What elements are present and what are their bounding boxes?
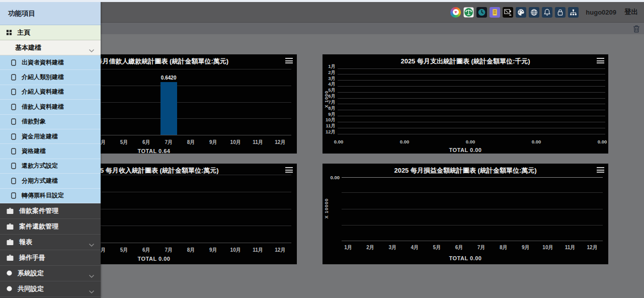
checkbox-outline-icon	[11, 59, 16, 66]
checkbox-outline-icon	[11, 104, 16, 110]
sidebar-item-系統設定[interactable]: 系統設定	[0, 266, 101, 281]
x-axis-tick: 0.00	[532, 139, 541, 144]
sidebar-subitem[interactable]: 借款人資料建檔	[0, 100, 101, 114]
x-axis-label: 1月	[341, 244, 356, 251]
sidebar-subitem[interactable]: 還款方式設定	[0, 159, 101, 174]
clock-app-icon[interactable]	[476, 7, 487, 18]
x-axis-label: 11月	[562, 244, 578, 251]
palette-icon[interactable]	[516, 7, 526, 18]
checkbox-outline-icon	[11, 163, 16, 169]
checkbox-outline-icon	[11, 148, 16, 155]
sidebar-item-案件還款管理[interactable]: 案件還款管理	[0, 219, 101, 235]
x-axis-label: 2月	[363, 244, 378, 251]
checkbox-outline-icon	[11, 178, 16, 184]
x-axis-label: 11月	[251, 247, 266, 254]
chart-menu-icon[interactable]	[597, 58, 604, 63]
page-top-strip	[0, 0, 644, 2]
chart-gridline	[342, 209, 603, 209]
sidebar-subitem-label: 借款人資料建檔	[22, 103, 64, 111]
sidebar-subitem-label: 轉傳票科目設定	[22, 191, 64, 200]
username-label: hugo0209	[586, 9, 616, 16]
sidebar-subitem-list: 出資者資料建檔介紹人類別建檔介紹人資料建檔借款人資料建檔借款對象資金用途建檔資格…	[0, 55, 101, 203]
x-axis-tick: 0.00	[598, 139, 607, 144]
zero-value-label: 0.00	[323, 175, 340, 180]
chart-gridline	[338, 80, 605, 81]
x-axis-label: 7月	[474, 244, 489, 251]
checkbox-outline-icon	[11, 118, 16, 125]
sidebar-subitem-label: 資金用途建檔	[22, 132, 58, 141]
sidebar-title: 功能項目	[8, 9, 35, 18]
chart-gridline	[338, 128, 605, 128]
x-axis-label: 12月	[585, 244, 600, 251]
x-axis-label: 6月	[452, 244, 467, 251]
chart-gridline	[338, 98, 605, 99]
briefcase-icon	[6, 239, 14, 246]
x-axis-label: 4月	[407, 244, 422, 251]
sidebar-item-報表[interactable]: 報表	[0, 235, 101, 250]
chart-total-label: TOTAL 0.00	[323, 255, 608, 261]
chevron-down-icon	[89, 271, 95, 275]
sidebar-subitem[interactable]: 轉傳票科目設定	[0, 189, 101, 203]
x-axis-label: 9月	[206, 139, 221, 146]
x-axis-label: 6月	[139, 247, 154, 254]
checkbox-outline-icon	[11, 133, 16, 140]
checkbox-outline-icon	[11, 192, 16, 199]
sidebar-item-操作手冊[interactable]: 操作手冊	[0, 250, 101, 266]
x-axis-tick: 0.00	[334, 139, 344, 144]
presentation-app-icon[interactable]	[503, 7, 513, 18]
sidebar-item-label: 案件還款管理	[19, 222, 58, 231]
sitemap-icon[interactable]	[568, 7, 579, 18]
zero-line	[342, 177, 603, 178]
chart-gridline	[338, 122, 605, 122]
sidebar-subitem[interactable]: 介紹人資料建檔	[0, 85, 101, 100]
sidebar-group-basic-setup[interactable]: 基本建檔	[0, 40, 101, 55]
chart-gridline	[338, 92, 605, 93]
lock-icon[interactable]	[555, 7, 566, 18]
chart-gridline	[338, 104, 605, 104]
sidebar-subitem[interactable]: 資格建檔	[0, 144, 101, 159]
logout-button[interactable]: 登出	[624, 8, 638, 17]
chart-panel-monthly-expense: 2025 每月支出統計圖表 (統計金額單位:千元)1月2月3月4月5月6月7月8…	[323, 54, 608, 154]
x-axis-label: 3月	[385, 244, 400, 251]
chart-panel-monthly-profit: 2025 每月損益金額統計圖表 (統計金額單位:萬元)0.00X 100001月…	[323, 164, 608, 264]
sidebar-subitem[interactable]: 介紹人類別建檔	[0, 70, 101, 85]
y-axis-label: 12月	[324, 129, 336, 135]
x-axis-tick: 0.00	[466, 139, 475, 144]
x-axis-label: 10月	[228, 139, 243, 146]
x-axis-label: 5月	[429, 244, 444, 251]
chart-gridline	[338, 116, 605, 116]
x-axis-line	[342, 241, 603, 241]
sidebar-item-label: 報表	[19, 238, 32, 247]
sidebar-subitem-label: 資格建檔	[22, 147, 46, 156]
chart-menu-icon[interactable]	[597, 167, 604, 173]
bar-7月	[160, 82, 177, 135]
sidebar-item-共同設定[interactable]: 共同設定	[0, 281, 101, 297]
x-axis-label: 8月	[184, 247, 199, 254]
checkbox-outline-icon	[11, 89, 16, 95]
chart-gridline	[338, 74, 605, 74]
x-axis-label: 10月	[540, 244, 555, 251]
bar-value-label: 0.6420	[153, 75, 184, 81]
trash-icon[interactable]	[633, 25, 640, 33]
sidebar-subitem[interactable]: 出資者資料建檔	[0, 55, 101, 70]
sidebar-subitem[interactable]: 借款對象	[0, 115, 101, 129]
community-logo-icon[interactable]: ♥	[450, 7, 461, 18]
sidebar-header: 功能項目	[0, 0, 101, 25]
x-axis-label: 5月	[117, 247, 132, 254]
balance-app-icon[interactable]	[463, 7, 474, 18]
sidebar-item-借款案件管理[interactable]: 借款案件管理	[0, 203, 101, 219]
sidebar-subitem[interactable]: 分期方式建檔	[0, 174, 101, 188]
sidebar-item-home[interactable]: 主頁	[0, 25, 101, 40]
chevron-down-icon	[89, 287, 95, 291]
globe-icon[interactable]	[529, 7, 539, 18]
x-axis-label: 7月	[161, 247, 176, 254]
x-axis-label: 8月	[496, 244, 511, 251]
scroll-app-icon[interactable]	[490, 7, 500, 18]
chart-menu-icon[interactable]	[285, 167, 293, 173]
x-axis-label: 9月	[206, 247, 221, 254]
x-axis-label: 11月	[251, 139, 266, 146]
sidebar-subitem[interactable]: 資金用途建檔	[0, 129, 101, 144]
chart-menu-icon[interactable]	[285, 58, 293, 63]
bell-icon[interactable]	[542, 7, 552, 18]
sidebar-item-label: 借款案件管理	[19, 206, 58, 215]
